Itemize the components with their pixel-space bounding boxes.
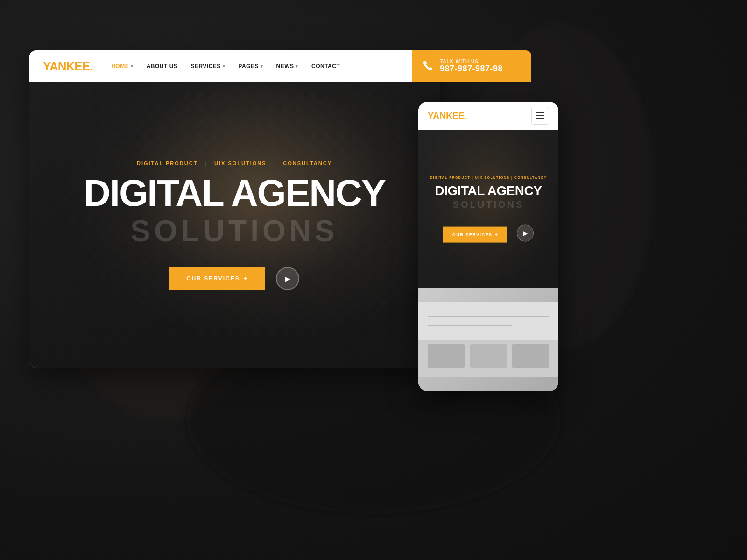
mobile-hero-subtitle: SOLUTIONS [426, 199, 551, 210]
nav-item-contact[interactable]: CONTACT [311, 63, 340, 70]
mobile-logo: YANKEE. [428, 111, 467, 121]
nav-item-home[interactable]: HOME ▾ [111, 63, 134, 70]
services-button[interactable]: OUR SERVICES + [169, 267, 264, 290]
mobile-hero-title: DIGITAL AGENCY [426, 184, 551, 198]
menu-bar-3 [536, 118, 544, 119]
mobile-play-button[interactable]: ▶ [517, 224, 534, 241]
mobile-bottom-section [418, 288, 558, 391]
desktop-header: YANKEE. HOME ▾ ABOUT US SERVICES ▾ PAGES… [29, 50, 440, 82]
svg-rect-15 [470, 344, 507, 368]
mobile-header: YANKEE. [418, 102, 558, 130]
hero-main-title: DIGITAL AGENCY [29, 175, 440, 212]
talk-label: TALK WITH US [440, 59, 503, 64]
mobile-services-button[interactable]: OUR SERVICES + [443, 226, 508, 242]
desktop-logo: YANKEE. [43, 59, 92, 74]
mobile-hero-content: DIGITAL PRODUCT | UIX SOLUTIONS | CONSUL… [418, 176, 558, 243]
nav-item-services[interactable]: SERVICES ▾ [190, 63, 225, 70]
chevron-down-icon: ▾ [296, 64, 298, 69]
chevron-down-icon: ▾ [261, 64, 263, 69]
tagline-separator-2: | [274, 160, 276, 167]
hero-subtitle: SOLUTIONS [29, 214, 440, 248]
hero-tagline: DIGITAL PRODUCT | UIX SOLUTIONS | CONSUL… [29, 160, 440, 167]
nav-item-about[interactable]: ABOUT US [147, 63, 178, 70]
tagline-consultancy: CONSULTANCY [283, 161, 332, 166]
hero-content: DIGITAL PRODUCT | UIX SOLUTIONS | CONSUL… [29, 160, 440, 290]
phone-number: 987-987-987-98 [440, 64, 503, 74]
desktop-hero: DIGITAL PRODUCT | UIX SOLUTIONS | CONSUL… [29, 82, 440, 368]
svg-rect-16 [512, 344, 549, 368]
mobile-tagline: DIGITAL PRODUCT | UIX SOLUTIONS | CONSUL… [426, 176, 551, 179]
mobile-play-icon: ▶ [523, 230, 528, 236]
phone-icon [423, 60, 433, 73]
tagline-digital: DIGITAL PRODUCT [137, 161, 197, 166]
nav-item-news[interactable]: NEWS ▾ [276, 63, 298, 70]
svg-rect-14 [428, 344, 465, 368]
desktop-mockup: YANKEE. HOME ▾ ABOUT US SERVICES ▾ PAGES… [29, 50, 440, 368]
mobile-logo-text: YANKEE [428, 111, 465, 121]
mobile-bottom-graphic [418, 302, 558, 377]
chevron-down-icon: ▾ [131, 64, 134, 69]
menu-bar-2 [536, 115, 544, 116]
mobile-bottom-image [418, 288, 558, 391]
play-icon: ▶ [285, 274, 290, 283]
hero-actions: OUR SERVICES + ▶ [29, 267, 440, 290]
menu-bar-1 [536, 112, 544, 113]
mobile-hero: DIGITAL PRODUCT | UIX SOLUTIONS | CONSUL… [418, 130, 558, 288]
logo-text: YANKEE [43, 59, 90, 73]
cta-phone-bar[interactable]: TALK WITH US 987-987-987-98 [412, 50, 531, 82]
tagline-uix: UIX SOLUTIONS [214, 161, 267, 166]
desktop-nav: HOME ▾ ABOUT US SERVICES ▾ PAGES ▾ NEWS … [111, 63, 416, 70]
nav-item-pages[interactable]: PAGES ▾ [238, 63, 263, 70]
hamburger-menu-button[interactable] [531, 107, 549, 125]
play-button[interactable]: ▶ [276, 267, 299, 290]
tagline-separator-1: | [205, 160, 207, 167]
phone-info: TALK WITH US 987-987-987-98 [440, 59, 503, 74]
chevron-down-icon: ▾ [223, 64, 226, 69]
mobile-logo-dot: . [465, 111, 467, 121]
mobile-mockup: YANKEE. DIGITAL PRODUCT | UIX SOLUTIONS … [418, 102, 558, 391]
logo-dot: . [90, 59, 92, 73]
